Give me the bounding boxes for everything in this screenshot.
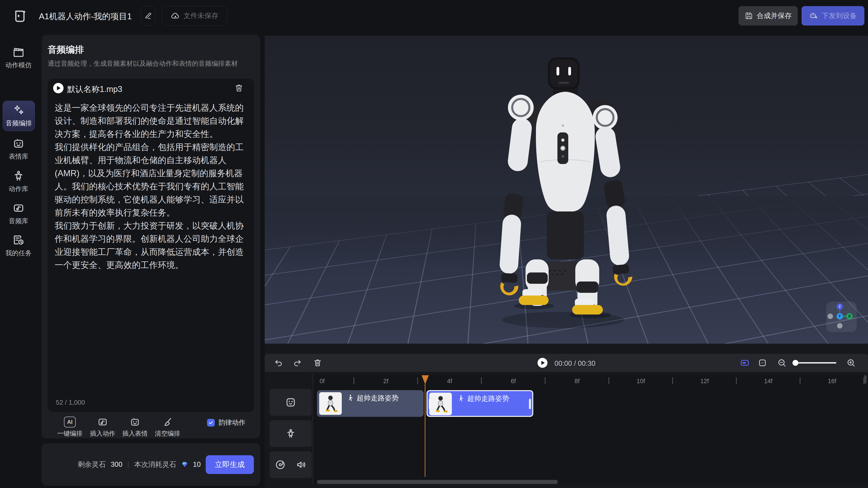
sparkles-icon xyxy=(12,104,25,117)
ruler-label: 2f xyxy=(379,378,393,385)
sidebar-item-expression-library[interactable]: 表情库 xyxy=(3,134,34,164)
trash-icon xyxy=(234,83,244,93)
zoom-slider-knob[interactable] xyxy=(793,360,798,366)
sidebar-label: 我的任务 xyxy=(5,249,32,258)
delete-clip-button[interactable] xyxy=(313,358,322,368)
transcript-paragraph: 我们致力于创新，大力投资于研发，以突破人机协作和机器学习的界限。创新机器人公司助… xyxy=(55,219,248,271)
clapperboard-icon xyxy=(12,46,25,59)
person-icon xyxy=(285,428,297,440)
timeline-toolbar: 00:00 / 00:30 xyxy=(265,354,868,372)
horizontal-scrollbar[interactable] xyxy=(317,480,558,484)
playhead-pin[interactable] xyxy=(422,375,429,384)
synthesize-save-button[interactable]: 合成并保存 xyxy=(739,6,798,26)
rhythm-motion-toggle[interactable]: 韵律动作 xyxy=(207,418,246,427)
insert-expression-button[interactable]: 插入表情 xyxy=(118,417,152,438)
auto-snap-toggle[interactable] xyxy=(740,358,750,368)
audio-file-name: 默认名称1.mp3 xyxy=(67,84,122,95)
timeline-ruler[interactable]: 0f 2f 4f 6f 8f 10f 12f 14f 16f xyxy=(265,375,868,388)
sidebar-item-motion-mimic[interactable]: 动作模仿 xyxy=(3,43,34,73)
cost-label: 本次消耗灵石 xyxy=(134,460,176,469)
speaker-icon[interactable] xyxy=(295,459,307,470)
ruler-tick xyxy=(736,377,737,384)
project-title: A1机器人动作-我的项目1 xyxy=(39,11,132,22)
sidebar-item-audio-arrange[interactable]: 音频编排 xyxy=(3,101,35,131)
timeline-section: 00:00 / 00:30 0f 2f 4f xyxy=(265,344,868,488)
axis-neg-z-handle[interactable] xyxy=(837,323,842,328)
vertical-scrollbar[interactable] xyxy=(864,375,867,384)
clip-resize-handle-right[interactable] xyxy=(529,399,531,409)
broom-icon xyxy=(162,417,173,427)
insert-motion-button[interactable]: 插入动作 xyxy=(86,417,120,438)
save-status-button[interactable]: 文件未保存 xyxy=(162,6,227,26)
timeline-zoom-slider[interactable] xyxy=(794,362,836,363)
robot-face-icon xyxy=(129,417,141,427)
clip-label: 超帅走路姿势 xyxy=(357,393,399,403)
timeline-clip-selected[interactable]: 超帅走路姿势 xyxy=(427,390,533,417)
sidebar-item-audio-library[interactable]: 音频库 xyxy=(3,199,34,229)
transcript-text-area[interactable]: 这是一家全球领先的公司专注于先进机器人系统的设计、制造和部署我们的使命是通过智能… xyxy=(55,101,248,397)
music-box-icon xyxy=(97,417,108,427)
audio-clip-card: 默认名称1.mp3 这是一家全球领先的公司专注于先进机器人系统的设计、制造和部署… xyxy=(48,78,254,412)
generate-footer: 剩余灵石 300 | 本次消耗灵石 10 立即生成 xyxy=(41,443,260,486)
rename-button[interactable] xyxy=(141,6,156,26)
app-logo-icon xyxy=(12,8,28,24)
sidebar-label: 动作库 xyxy=(9,185,29,194)
undo-button[interactable] xyxy=(274,358,284,368)
audio-play-button[interactable] xyxy=(53,83,64,93)
timeline-clip[interactable]: 超帅走路姿势 xyxy=(317,390,424,417)
axis-z-handle[interactable]: Z xyxy=(837,303,843,310)
ruler-tick xyxy=(672,377,673,384)
ruler-label: 4f xyxy=(443,378,456,385)
ruler-label: 6f xyxy=(506,378,520,385)
sidebar-item-my-tasks[interactable]: 我的任务 xyxy=(3,231,34,261)
walking-person-icon xyxy=(346,394,354,402)
ruler-tick xyxy=(609,377,609,384)
sidebar: 动作模仿 音频编排 表情库 动作库 xyxy=(0,34,41,488)
clip-thumbnail xyxy=(429,393,452,415)
ruler-tick xyxy=(417,377,418,384)
robot-model xyxy=(265,36,868,344)
clear-arrange-button[interactable]: 清空编排 xyxy=(151,417,184,438)
axis-y-handle[interactable]: Y xyxy=(837,313,843,320)
play-icon xyxy=(541,361,545,365)
divider: | xyxy=(127,460,129,468)
one-click-arrange-button[interactable]: AI 一键编排 xyxy=(53,417,87,438)
remaining-gems-value: 300 xyxy=(111,460,123,468)
3d-viewport[interactable]: Z Y X xyxy=(265,36,868,344)
delete-audio-button[interactable] xyxy=(234,83,244,93)
redo-button[interactable] xyxy=(292,358,302,368)
sidebar-label: 动作模仿 xyxy=(5,61,32,70)
fit-timeline-button[interactable] xyxy=(757,358,767,368)
rhythm-motion-label: 韵律动作 xyxy=(218,418,246,427)
music-disc-icon xyxy=(274,459,286,470)
ruler-label: 8f xyxy=(570,378,584,385)
time-display: 00:00 / 00:30 xyxy=(555,359,595,367)
playhead-line[interactable] xyxy=(425,384,426,477)
task-list-icon xyxy=(12,234,25,247)
deploy-to-device-button[interactable]: 下发到设备 xyxy=(802,6,864,26)
axis-neg-x-handle[interactable] xyxy=(828,314,833,319)
track-divider xyxy=(313,375,313,484)
panel-subtitle: 通过音频处理，生成音频素材以及融合动作和表情的音频编排素材 xyxy=(48,59,253,68)
timeline-play-button[interactable] xyxy=(537,358,548,368)
transcript-paragraph: 这是一家全球领先的公司专注于先进机器人系统的设计、制造和部署我们的使命是通过智能… xyxy=(55,101,248,140)
char-counter: 52 / 1,000 xyxy=(56,399,85,406)
zoom-in-button[interactable] xyxy=(846,358,856,368)
ruler-label: 10f xyxy=(634,378,648,385)
sidebar-label: 音频编排 xyxy=(6,119,32,128)
zoom-out-button[interactable] xyxy=(777,358,787,368)
clip-resize-handle-left[interactable] xyxy=(429,399,431,409)
sidebar-item-motion-library[interactable]: 动作库 xyxy=(3,167,34,197)
orientation-gizmo[interactable]: Z Y X xyxy=(826,302,857,332)
robot-face-icon xyxy=(12,137,25,150)
play-icon xyxy=(57,86,61,90)
person-icon xyxy=(12,170,25,182)
generate-now-button[interactable]: 立即生成 xyxy=(206,455,254,474)
header: A1机器人动作-我的项目1 文件未保存 合成并保存 xyxy=(0,0,868,34)
gem-icon xyxy=(181,461,188,468)
checkbox-checked-icon[interactable] xyxy=(207,419,215,427)
sidebar-label: 音频库 xyxy=(9,217,29,226)
axis-x-handle[interactable]: X xyxy=(846,313,852,320)
ruler-tick xyxy=(800,377,800,384)
track-header-motion xyxy=(270,420,312,447)
